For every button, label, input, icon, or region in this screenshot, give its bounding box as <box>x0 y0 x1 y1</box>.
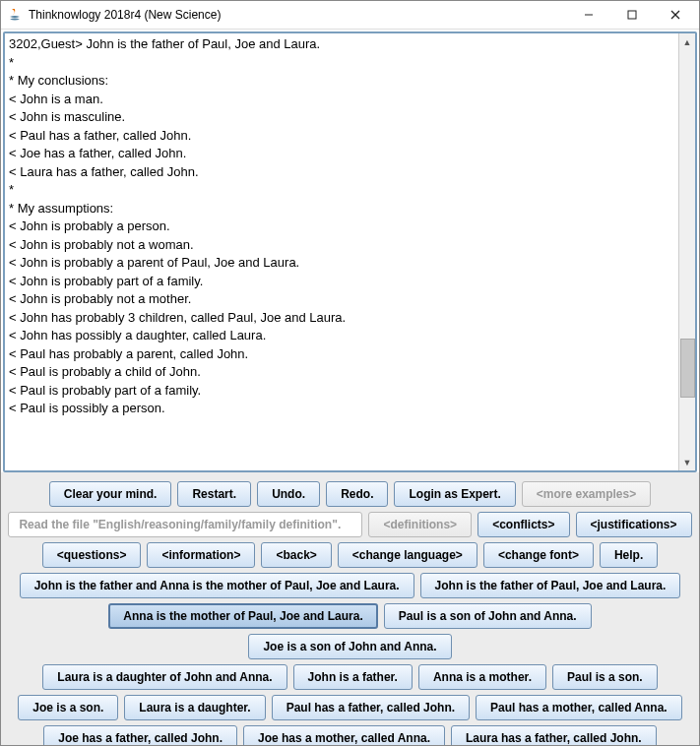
example-button[interactable]: Paul has a mother, called Anna. <box>476 695 682 720</box>
console-panel: 3202,Guest> John is the father of Paul, … <box>3 31 697 472</box>
justifications-button[interactable]: <justifications> <box>576 512 692 537</box>
example-button[interactable]: Laura is a daughter. <box>124 695 265 720</box>
more-examples-button: <more examples> <box>522 481 651 507</box>
readfile-input[interactable]: Read the file "English/reasoning/family/… <box>8 512 362 537</box>
restart-button[interactable]: Restart. <box>177 481 251 507</box>
login-button[interactable]: Login as Expert. <box>394 481 515 507</box>
example-button[interactable]: Paul is a son. <box>552 664 658 690</box>
example-button[interactable]: Paul has a father, called John. <box>272 695 470 720</box>
example-row-3: Laura is a daughter of John and Anna. Jo… <box>7 664 693 690</box>
close-button[interactable] <box>654 1 697 29</box>
back-button[interactable]: <back> <box>261 542 331 568</box>
console-text[interactable]: 3202,Guest> John is the father of Paul, … <box>5 33 678 470</box>
example-row-5: Joe has a father, called John. Joe has a… <box>7 725 693 746</box>
example-button[interactable]: John is the father and Anna is the mothe… <box>20 573 414 598</box>
toolbar-row-1: Clear your mind. Restart. Undo. Redo. Lo… <box>7 481 693 507</box>
change-font-button[interactable]: <change font> <box>483 542 594 568</box>
example-row-4: Joe is a son. Laura is a daughter. Paul … <box>7 695 693 720</box>
example-button[interactable]: Paul is a son of John and Anna. <box>384 603 592 629</box>
maximize-button[interactable] <box>610 1 654 29</box>
conflicts-button[interactable]: <conflicts> <box>477 512 569 537</box>
svg-rect-1 <box>628 11 636 19</box>
scroll-down-arrow[interactable]: ▼ <box>679 454 695 470</box>
example-button[interactable]: Laura is a daughter of John and Anna. <box>42 664 286 690</box>
example-row-1: John is the father and Anna is the mothe… <box>7 573 693 598</box>
example-button[interactable]: John is a father. <box>293 664 413 690</box>
information-button[interactable]: <information> <box>147 542 255 568</box>
toolbar-row-3: <questions> <information> <back> <change… <box>7 542 693 568</box>
window-title: Thinknowlogy 2018r4 (New Science) <box>29 8 567 22</box>
toolbar-row-2: Read the file "English/reasoning/family/… <box>7 512 693 537</box>
example-button[interactable]: John is the father of Paul, Joe and Laur… <box>420 573 681 598</box>
help-button[interactable]: Help. <box>600 542 658 568</box>
questions-button[interactable]: <questions> <box>42 542 142 568</box>
clear-button[interactable]: Clear your mind. <box>49 481 172 507</box>
definitions-button: <definitions> <box>368 512 472 537</box>
change-language-button[interactable]: <change language> <box>338 542 477 568</box>
window-titlebar: Thinknowlogy 2018r4 (New Science) <box>1 1 699 30</box>
example-button[interactable]: Joe is a son of John and Anna. <box>248 634 451 659</box>
minimize-button[interactable] <box>567 1 610 29</box>
example-button[interactable]: Joe has a mother, called Anna. <box>243 725 445 746</box>
example-button[interactable]: Anna is a mother. <box>418 664 546 690</box>
button-panel: Clear your mind. Restart. Undo. Redo. Lo… <box>1 472 699 746</box>
redo-button[interactable]: Redo. <box>326 481 388 507</box>
example-button[interactable]: Joe is a son. <box>18 695 118 720</box>
example-button[interactable]: Joe has a father, called John. <box>43 725 237 746</box>
example-button-selected[interactable]: Anna is the mother of Paul, Joe and Laur… <box>108 603 377 629</box>
undo-button[interactable]: Undo. <box>257 481 320 507</box>
vertical-scrollbar[interactable]: ▲ ▼ <box>678 33 695 470</box>
scroll-thumb[interactable] <box>680 339 695 398</box>
java-icon <box>7 7 23 23</box>
scroll-up-arrow[interactable]: ▲ <box>679 33 695 50</box>
example-row-2: Anna is the mother of Paul, Joe and Laur… <box>7 603 693 659</box>
example-button[interactable]: Laura has a father, called John. <box>451 725 657 746</box>
